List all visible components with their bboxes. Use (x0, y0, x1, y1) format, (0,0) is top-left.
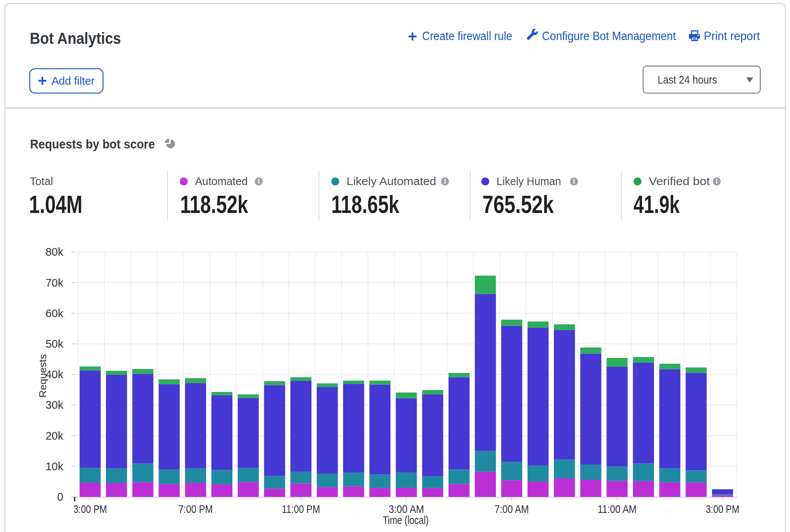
svg-text:Requests by bot score: Requests by bot score (30, 137, 155, 151)
svg-text:3:00 PM: 3:00 PM (706, 503, 739, 515)
svg-text:Configure Bot Management: Configure Bot Management (542, 29, 676, 43)
svg-text:118.65k: 118.65k (331, 190, 400, 218)
svg-text:765.52k: 765.52k (482, 190, 554, 218)
svg-text:50k: 50k (45, 338, 63, 350)
svg-text:41.9k: 41.9k (634, 190, 680, 218)
svg-text:20k: 20k (45, 430, 63, 442)
svg-text:11:00 AM: 11:00 AM (598, 503, 637, 515)
svg-text:Last 24 hours: Last 24 hours (658, 73, 717, 86)
svg-text:Verified bot: Verified bot (649, 175, 710, 187)
svg-text:60k: 60k (45, 307, 63, 319)
svg-text:7:00 AM: 7:00 AM (495, 503, 529, 515)
svg-text:Bot Analytics: Bot Analytics (30, 29, 121, 47)
svg-text:30k: 30k (45, 399, 63, 411)
svg-text:70k: 70k (45, 277, 63, 289)
svg-text:Total: Total (30, 175, 53, 187)
svg-text:118.52k: 118.52k (180, 190, 248, 218)
svg-text:Automated: Automated (195, 175, 248, 187)
svg-text:11:00 PM: 11:00 PM (282, 503, 320, 515)
svg-text:Add filter: Add filter (52, 74, 95, 87)
svg-text:Likely Automated: Likely Automated (347, 175, 436, 187)
svg-text:1.04M: 1.04M (29, 190, 82, 218)
svg-text:80k: 80k (45, 246, 63, 258)
svg-text:0: 0 (57, 491, 63, 503)
svg-text:3:00 AM: 3:00 AM (389, 503, 424, 515)
svg-text:Time (local): Time (local) (383, 514, 429, 526)
svg-text:Requests: Requests (37, 354, 48, 398)
svg-text:Print report: Print report (704, 29, 760, 43)
svg-text:10k: 10k (45, 460, 63, 472)
svg-text:Create firewall rule: Create firewall rule (422, 29, 512, 43)
svg-text:Likely Human: Likely Human (497, 175, 561, 187)
svg-text:7:00 PM: 7:00 PM (178, 503, 213, 515)
svg-text:3:00 PM: 3:00 PM (73, 503, 107, 515)
